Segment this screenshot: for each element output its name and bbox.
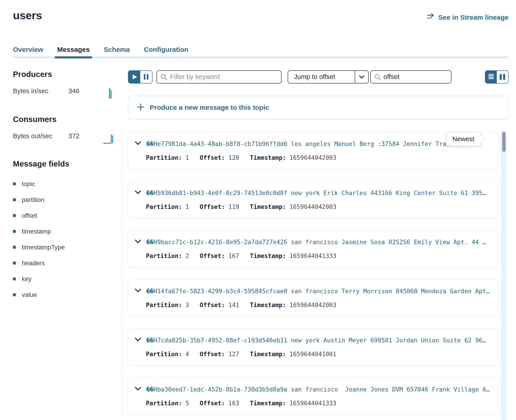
tab-label: Schema (104, 46, 130, 53)
producers-heading: Producers (13, 70, 122, 79)
tab-label: Overview (13, 46, 43, 53)
field-label: offset (22, 212, 37, 219)
field-bullet-icon (13, 230, 16, 233)
message-head: ��Hba30eed7-1edc-452b-8b1a-738d3b5d8a9a … (128, 386, 499, 393)
message-meta: Partition:3 Offset:141 Timestamp:1659644… (128, 301, 499, 308)
message-field-value[interactable]: value (13, 287, 122, 303)
message-key-preview: ��H5936db81-b943-4e0f-8c29-74513e0c0d8f … (146, 189, 499, 196)
bytes-in-sparkline (107, 87, 115, 100)
message-field-partition[interactable]: partition (13, 192, 122, 208)
sidebar: Producers Bytes in/sec 346 Consumers Byt… (0, 58, 122, 303)
list-view-icon (488, 74, 494, 80)
tabs-bar: OverviewMessagesSchemaConfiguration (13, 46, 508, 58)
message-card[interactable]: ��Hba30eed7-1edc-452b-8b1a-738d3b5d8a9a … (128, 377, 499, 415)
replacement-char-prefix: �� (146, 140, 154, 147)
message-card[interactable]: ��H5936db81-b943-4e0f-8c29-74513e0c0d8f … (128, 181, 499, 218)
tab-label: Messages (57, 46, 90, 53)
chevron-down-icon (355, 71, 368, 83)
offset-input-wrap (370, 70, 451, 83)
field-bullet-icon (13, 214, 16, 217)
message-head: ��He77981da-4a43-48ab-b8f8-cb71b96ffdd0 … (128, 140, 499, 147)
tab-label: Configuration (144, 46, 188, 53)
message-key-preview: ��He77981da-4a43-48ab-b8f8-cb71b96ffdd0 … (146, 140, 499, 147)
timestamp-pair: Timestamp:1659644042003 (250, 154, 336, 161)
message-field-timestamp[interactable]: timestamp (13, 224, 122, 240)
chevron-down-icon[interactable] (135, 190, 141, 195)
message-field-topic[interactable]: topic (13, 176, 122, 192)
chevron-down-icon[interactable] (135, 338, 141, 343)
timestamp-pair: Timestamp:1659644041333 (250, 252, 336, 259)
field-bullet-icon (13, 293, 16, 296)
message-fields-heading: Message fields (13, 159, 122, 168)
newest-tooltip: Newest (447, 133, 480, 146)
bytes-out-sparkline (103, 132, 115, 146)
replacement-char-prefix: �� (146, 337, 154, 344)
chevron-down-icon[interactable] (135, 288, 141, 294)
message-meta: Partition:2 Offset:167 Timestamp:1659644… (128, 252, 499, 259)
live-consume-toggle (128, 70, 153, 83)
pause-button[interactable] (140, 71, 152, 83)
scrollbar-thumb[interactable] (502, 132, 506, 152)
field-label: key (22, 275, 32, 283)
filter-keyword-input[interactable] (156, 70, 282, 83)
field-bullet-icon (13, 182, 16, 185)
timestamp-pair: Timestamp:1659644042003 (250, 301, 336, 308)
chevron-down-icon[interactable] (135, 141, 141, 146)
field-bullet-icon (13, 198, 16, 201)
message-head: ��H9bacc71c-b12c-4216-8e95-2a7da727e426 … (128, 239, 499, 246)
messages-toolbar: Jump to offset (122, 70, 508, 84)
consumers-metric-row: Bytes out/sec 372 (13, 132, 122, 146)
scrollbar-track[interactable] (501, 131, 507, 420)
play-button[interactable] (128, 71, 140, 83)
offset-search-icon (374, 74, 381, 82)
message-card[interactable]: ��H9bacc71c-b12c-4216-8e95-2a7da727e426 … (128, 230, 499, 268)
field-label: timestamp (22, 228, 51, 235)
tab-messages[interactable]: Messages (57, 46, 90, 58)
message-field-headers[interactable]: headers (13, 255, 122, 271)
field-label: headers (22, 260, 45, 267)
columns-view-button[interactable] (497, 71, 508, 83)
bytes-in-value: 346 (69, 87, 79, 95)
jump-to-offset-value: Jump to offset (288, 73, 355, 81)
consumers-heading: Consumers (13, 115, 122, 124)
field-bullet-icon (13, 278, 16, 280)
stream-lineage-link[interactable]: See in Stream lineage (427, 13, 508, 22)
message-field-timestampType[interactable]: timestampType (13, 240, 122, 255)
newest-tooltip-label: Newest (452, 135, 474, 143)
list-view-button[interactable] (485, 71, 497, 83)
message-head: ��H14fa67fe-5823-4299-b3c4-595845cfcae0 … (128, 288, 499, 295)
message-card[interactable]: ��He77981da-4a43-48ab-b8f8-cb71b96ffdd0 … (128, 132, 499, 169)
offset-pair: Offset:167 (200, 252, 239, 259)
message-list: ��He77981da-4a43-48ab-b8f8-cb71b96ffdd0 … (128, 132, 508, 415)
partition-pair: Partition:5 (146, 400, 189, 407)
bytes-out-label: Bytes out/sec (13, 132, 69, 140)
field-label: timestampType (22, 244, 65, 251)
pause-icon (144, 74, 148, 80)
timestamp-pair: Timestamp:1659644041001 (250, 351, 336, 358)
message-meta: Partition:1 Offset:120 Timestamp:1659644… (128, 154, 499, 161)
bytes-in-label: Bytes in/sec (13, 87, 69, 95)
chevron-down-icon[interactable] (135, 387, 141, 392)
field-bullet-icon (13, 246, 16, 249)
replacement-char-prefix: �� (146, 189, 154, 196)
message-head: ��H5936db81-b943-4e0f-8c29-74513e0c0d8f … (128, 189, 499, 196)
jump-to-offset-select[interactable]: Jump to offset (288, 70, 369, 83)
producers-metric-row: Bytes in/sec 346 (13, 87, 122, 100)
message-card[interactable]: ��H7cda825b-35b7-4952-88ef-c193d546eb11 … (128, 328, 499, 366)
offset-pair: Offset:119 (200, 203, 239, 210)
field-label: value (22, 291, 37, 299)
message-field-offset[interactable]: offset (13, 208, 122, 224)
produce-message-button[interactable]: Produce a new message to this topic (128, 96, 508, 119)
view-mode-toggle (485, 70, 508, 83)
content-columns: Producers Bytes in/sec 346 Consumers Byt… (0, 58, 516, 418)
chevron-down-icon[interactable] (135, 239, 141, 245)
play-icon (133, 75, 137, 79)
message-meta: Partition:4 Offset:127 Timestamp:1659644… (128, 351, 499, 358)
partition-pair: Partition:4 (146, 351, 189, 358)
message-field-key[interactable]: key (13, 271, 122, 287)
bytes-out-value: 372 (69, 132, 79, 140)
offset-input[interactable] (370, 70, 451, 83)
produce-message-label: Produce a new message to this topic (150, 104, 269, 111)
message-card[interactable]: ��H14fa67fe-5823-4299-b3c4-595845cfcae0 … (128, 279, 499, 317)
filter-input-wrap (156, 70, 282, 83)
